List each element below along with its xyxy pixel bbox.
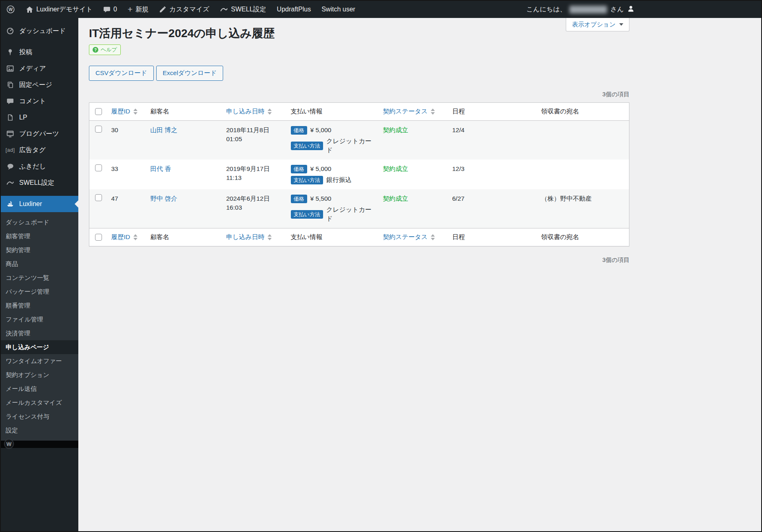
home-icon — [26, 6, 33, 13]
payment-method-value: 銀行振込 — [326, 175, 352, 184]
price-value: ¥ 5,000 — [310, 164, 332, 173]
account-menu[interactable]: こんにちは、 さん — [526, 1, 635, 18]
admin-bar: W Luxlinerデモサイト 0 + 新規 — [1, 1, 761, 18]
sidebar-item-dashboard[interactable]: ダッシュボード — [1, 23, 78, 39]
new-content-label: 新規 — [135, 5, 148, 14]
sidebar-item-media[interactable]: メディア — [1, 60, 78, 77]
sidebar-item-luxliner[interactable]: Luxliner — [1, 196, 78, 212]
table-footer-row: 履歴ID 顧客名 申し込み日時 支払い情報 契約ステータス 日程 領収書の宛名 — [89, 228, 629, 246]
payment-cell: 価格¥ 5,500 支払い方法クレジットカード — [287, 189, 379, 228]
submenu-item-customer-management[interactable]: 顧客管理 — [1, 229, 78, 243]
column-header-label: 領収書の宛名 — [541, 108, 579, 115]
sidebar-item-label: ブログパーツ — [19, 130, 59, 138]
sidebar-item-label: SWELL設定 — [19, 179, 54, 187]
select-all-checkbox[interactable] — [95, 108, 102, 115]
submenu-item-file-management[interactable]: ファイル管理 — [1, 313, 78, 326]
sort-arrows-icon — [431, 234, 435, 240]
sidebar-item-ad-tags[interactable]: [ad] 広告タグ — [1, 142, 78, 158]
submenu-item-products[interactable]: 商品 — [1, 257, 78, 271]
sidebar-item-fukidashi[interactable]: ふきだし — [1, 158, 78, 175]
customer-link[interactable]: 田代 香 — [151, 165, 171, 172]
price-value: ¥ 5,500 — [310, 194, 332, 203]
submenu-item-order-management[interactable]: 順番管理 — [1, 299, 78, 313]
submenu-item-settings[interactable]: 設定 — [1, 423, 78, 437]
sort-application-datetime-bottom[interactable]: 申し込み日時 — [226, 233, 272, 242]
column-footer-schedule: 日程 — [448, 228, 537, 246]
submenu-item-payment-management[interactable]: 決済管理 — [1, 326, 78, 340]
submenu-item-mail-send[interactable]: メール送信 — [1, 382, 78, 396]
switch-user-link[interactable]: Switch user — [316, 1, 361, 18]
csv-download-button[interactable]: CSVダウンロード — [89, 66, 154, 81]
swell-settings-link[interactable]: SWELL設定 — [215, 1, 271, 18]
items-count-top: 3個の項目 — [89, 91, 629, 98]
column-header-label: 顧客名 — [151, 108, 170, 115]
help-button[interactable]: ? ヘルプ — [89, 44, 121, 55]
submenu-item-license-grant[interactable]: ライセンス付与 — [1, 410, 78, 423]
row-checkbox[interactable] — [95, 194, 102, 201]
receipt-name-cell: （株）野中不動産 — [537, 189, 629, 228]
sidebar-item-posts[interactable]: 投稿 — [1, 44, 78, 60]
customer-link[interactable]: 野中 啓介 — [151, 195, 177, 202]
sort-application-datetime[interactable]: 申し込み日時 — [226, 107, 272, 116]
sidebar-item-swell-settings[interactable]: SWELL設定 — [1, 175, 78, 191]
select-all-checkbox-bottom[interactable] — [95, 234, 102, 241]
wordpress-logo-partial: W — [4, 439, 14, 449]
pages-icon — [6, 80, 15, 89]
excel-download-button[interactable]: Excelダウンロード — [156, 66, 224, 81]
submenu-item-package-management[interactable]: パッケージ管理 — [1, 285, 78, 299]
submenu-item-one-time-offer[interactable]: ワンタイムオファー — [1, 354, 78, 368]
schedule-cell: 6/27 — [448, 189, 537, 228]
customize-link[interactable]: カスタマイズ — [154, 1, 215, 18]
page-wrap: IT活用セミナー2024の申し込み履歴 ? ヘルプ CSVダウンロード Exce… — [89, 26, 629, 264]
updraftplus-label: UpdraftPlus — [277, 6, 311, 13]
submenu-item-content-list[interactable]: コンテンツ一覧 — [1, 271, 78, 285]
items-count-bottom: 3個の項目 — [89, 256, 629, 264]
greeting-suffix: さん — [610, 5, 624, 14]
sort-contract-status[interactable]: 契約ステータス — [383, 107, 435, 116]
submenu-item-dashboard[interactable]: ダッシュボード — [1, 215, 78, 229]
submenu-item-contract-management[interactable]: 契約管理 — [1, 243, 78, 257]
row-checkbox[interactable] — [95, 126, 102, 133]
column-header-label: 支払い情報 — [291, 233, 323, 240]
sidebar-item-label: 広告タグ — [19, 146, 46, 155]
column-header-label: 履歴ID — [111, 233, 131, 242]
payment-method-badge: 支払い方法 — [291, 210, 323, 219]
sidebar-item-blog-parts[interactable]: ブログパーツ — [1, 126, 78, 142]
price-badge: 価格 — [291, 165, 307, 173]
sidebar-item-label: 投稿 — [19, 48, 32, 57]
new-content-link[interactable]: + 新規 — [122, 1, 154, 18]
sort-history-id[interactable]: 履歴ID — [111, 107, 138, 116]
luxliner-submenu: ダッシュボード 顧客管理 契約管理 商品 コンテンツ一覧 パッケージ管理 順番管… — [1, 212, 78, 442]
submenu-item-application-page[interactable]: 申し込みページ — [1, 340, 78, 354]
customer-link[interactable]: 山田 博之 — [151, 126, 177, 133]
table-row: 30 山田 博之 2018年11月8日 01:05 価格¥ 5,000 支払い方… — [89, 121, 629, 160]
updraftplus-link[interactable]: UpdraftPlus — [272, 1, 317, 18]
sort-arrows-icon — [431, 109, 435, 115]
sidebar-item-comments[interactable]: コメント — [1, 93, 78, 109]
submenu-item-contract-options[interactable]: 契約オプション — [1, 368, 78, 382]
time-line: 16:03 — [226, 203, 283, 212]
chevron-down-icon — [619, 23, 623, 26]
main-content: 表示オプション IT活用セミナー2024の申し込み履歴 ? ヘルプ CSVダウン… — [78, 18, 761, 531]
sidebar-item-label: メディア — [19, 64, 46, 73]
sort-arrows-icon — [268, 234, 272, 240]
switch-user-label: Switch user — [321, 6, 355, 13]
sidebar-item-pages[interactable]: 固定ページ — [1, 77, 78, 93]
submenu-item-mail-customize[interactable]: メールカスタマイズ — [1, 396, 78, 410]
sidebar-item-lp[interactable]: LP — [1, 109, 78, 126]
sort-history-id-bottom[interactable]: 履歴ID — [111, 233, 138, 242]
schedule-cell: 12/4 — [448, 121, 537, 160]
column-header-label: 契約ステータス — [383, 233, 428, 242]
swell-settings-label: SWELL設定 — [231, 5, 266, 14]
sort-contract-status-bottom[interactable]: 契約ステータス — [383, 233, 435, 242]
column-header-payment: 支払い情報 — [287, 103, 379, 121]
payment-method-value: クレジットカード — [326, 137, 375, 155]
comments-link[interactable]: 0 — [98, 1, 122, 18]
contract-status-cell: 契約成立 — [379, 189, 448, 228]
wordpress-menu-button[interactable]: W — [1, 1, 20, 18]
admin-menu: ダッシュボード 投稿 メディア 固定ページ — [1, 18, 78, 442]
row-checkbox[interactable] — [95, 164, 102, 171]
pushpin-icon — [6, 48, 15, 57]
site-name-link[interactable]: Luxlinerデモサイト — [20, 1, 98, 18]
media-icon — [6, 64, 15, 73]
